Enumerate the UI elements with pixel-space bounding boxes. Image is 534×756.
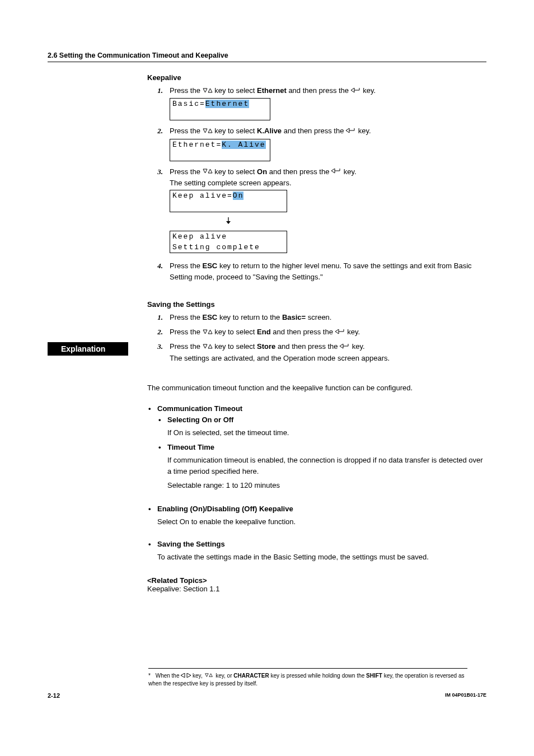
step-number: 1. xyxy=(147,85,163,96)
text: key to select xyxy=(214,127,257,135)
lcd-text: Setting complete xyxy=(172,243,260,251)
item-body: To activate the settings made in the Bas… xyxy=(147,552,486,563)
up-down-icon xyxy=(203,126,213,137)
item-title: Selecting On or Off xyxy=(167,416,233,424)
explanation-band: Explanation xyxy=(48,342,128,356)
step-text: Press the key to select K.Alive and then… xyxy=(170,127,371,135)
item-title: Saving the Settings xyxy=(157,540,225,548)
text: key. xyxy=(352,342,365,351)
bold-text: On xyxy=(257,167,267,176)
lcd-display: Keep alive Setting complete xyxy=(170,231,287,253)
text: key. xyxy=(344,167,357,176)
step-text: Press the key to select On and then pres… xyxy=(170,167,357,176)
lcd-highlight: Ethernet xyxy=(205,100,249,108)
enter-icon xyxy=(346,126,356,137)
bold-text: End xyxy=(257,328,271,336)
text: Press the xyxy=(170,127,203,135)
step: 4. Press the ESC key to return to the hi… xyxy=(147,260,486,282)
text: and then press the xyxy=(269,167,331,176)
svg-marker-1 xyxy=(208,88,212,92)
text: Press the xyxy=(170,328,203,336)
step: 3. Press the key to select Store and the… xyxy=(147,341,486,363)
bold-text: ESC xyxy=(203,313,218,321)
step: 1. Press the key to select Ethernet and … xyxy=(147,85,486,122)
step-text: Press the ESC key to return to the highe… xyxy=(170,262,472,281)
bold-text: Store xyxy=(257,342,275,351)
svg-marker-16 xyxy=(340,344,343,348)
text: Press the xyxy=(170,342,203,351)
text: key to select xyxy=(214,342,257,351)
sub-list: Selecting On or Off xyxy=(157,414,486,426)
svg-marker-0 xyxy=(203,88,207,92)
step-number: 2. xyxy=(147,125,163,137)
svg-marker-18 xyxy=(187,673,191,678)
step-number: 4. xyxy=(147,260,163,272)
down-arrow-icon xyxy=(170,216,287,227)
text: and then press the xyxy=(288,86,350,95)
step: 2. Press the key to select K.Alive and t… xyxy=(147,125,486,162)
svg-marker-15 xyxy=(208,344,212,348)
up-down-icon xyxy=(203,166,213,178)
text: key, xyxy=(193,673,204,679)
svg-marker-7 xyxy=(208,169,212,173)
item-body: If On is selected, set the timeout time. xyxy=(157,427,486,438)
sub-list: Timeout Time xyxy=(157,442,486,453)
text: Press the xyxy=(170,262,203,270)
svg-marker-14 xyxy=(203,344,207,348)
step: 2. Press the key to select End and then … xyxy=(147,326,486,338)
explanation-list: Enabling (On)/Disabling (Off) Keepalive xyxy=(147,503,486,515)
text: key to select xyxy=(214,167,257,176)
up-down-icon xyxy=(204,672,214,680)
related-topics-head: <Related Topics> xyxy=(147,576,486,585)
text: key. xyxy=(363,86,376,95)
lcd-text: Keep alive xyxy=(172,232,227,241)
text: key to select xyxy=(214,86,257,95)
lcd-display: Basic=Ethernet xyxy=(170,98,270,120)
list-item: Saving the Settings xyxy=(147,539,486,550)
page-footer: 2-12 IM 04P01B01-17E xyxy=(48,692,486,699)
svg-marker-3 xyxy=(203,129,207,133)
enter-icon xyxy=(351,86,361,97)
lcd-text: Ethernet= xyxy=(172,141,222,149)
svg-marker-2 xyxy=(351,88,354,92)
step-note: The settings are activated, and the Oper… xyxy=(170,354,390,362)
explanation-content: The communication timeout function and t… xyxy=(147,384,486,593)
list-item: Timeout Time xyxy=(157,442,486,453)
svg-marker-13 xyxy=(335,329,339,334)
main-content: Keepalive 1. Press the key to select Eth… xyxy=(147,73,486,363)
explanation-list: Communication Timeout Selecting On or Of… xyxy=(147,403,486,491)
text: Press the xyxy=(170,167,203,176)
step-number: 3. xyxy=(147,166,163,178)
left-right-icon xyxy=(181,672,191,680)
enter-icon xyxy=(335,327,345,338)
enter-icon xyxy=(340,342,350,353)
up-down-icon xyxy=(203,86,213,97)
text: When the xyxy=(156,673,181,679)
svg-marker-17 xyxy=(181,673,185,678)
text: Press the xyxy=(170,86,203,95)
svg-marker-19 xyxy=(205,674,209,677)
text: key to return to the xyxy=(219,313,282,321)
up-down-icon xyxy=(203,342,213,353)
lcd-text: Keep alive= xyxy=(172,192,233,200)
step-number: 1. xyxy=(147,312,163,323)
running-header: 2.6 Setting the Communication Timeout an… xyxy=(48,52,486,62)
bold-text: CHARACTER xyxy=(233,673,269,679)
item-title: Timeout Time xyxy=(167,443,214,451)
step-text: Press the key to select Ethernet and the… xyxy=(170,86,376,95)
list-item: Communication Timeout Selecting On or Of… xyxy=(147,403,486,491)
item-body: Selectable range: 1 to 120 minutes xyxy=(157,480,486,491)
text: and then press the xyxy=(284,127,346,135)
page: 2.6 Setting the Communication Timeout an… xyxy=(0,0,534,756)
lcd-highlight: On xyxy=(233,192,244,200)
svg-marker-12 xyxy=(208,330,212,334)
lcd-display: Ethernet=K. Alive xyxy=(170,139,270,161)
step: 3. Press the key to select On and then p… xyxy=(147,166,486,255)
step-number: 2. xyxy=(147,326,163,338)
step-note: The setting complete screen appears. xyxy=(170,179,292,187)
svg-marker-6 xyxy=(203,169,207,173)
svg-marker-11 xyxy=(203,330,207,334)
item-title: Communication Timeout xyxy=(157,404,242,413)
list-item: Enabling (On)/Disabling (Off) Keepalive xyxy=(147,503,486,515)
svg-marker-10 xyxy=(226,221,231,224)
